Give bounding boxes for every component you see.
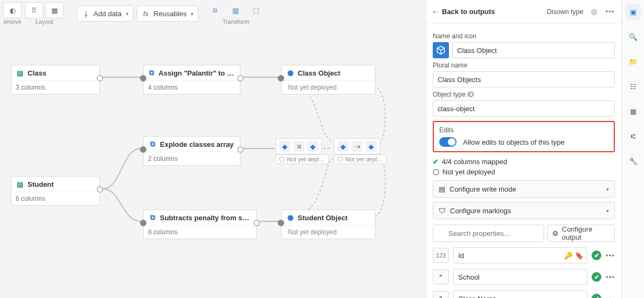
shield-icon: 🛡 (439, 207, 446, 215)
transform-a-button[interactable]: ⧈ (206, 2, 224, 18)
type-chip-number: 123 (433, 248, 449, 263)
configure-write-label: Configure write mode (450, 185, 516, 193)
download-icon: ⭳ (82, 9, 90, 18)
rail-sliders-icon[interactable]: ⑆ (626, 128, 641, 144)
node-subtitle: 6 columns (11, 192, 99, 205)
node-student[interactable]: ▤Student 6 columns (11, 176, 100, 206)
remove-label: emove (3, 18, 21, 25)
function-icon: fx (142, 9, 150, 18)
arrow-left-icon: ← (432, 8, 439, 16)
layout-scatter-button[interactable]: ⠿ (25, 2, 43, 18)
mini-status-text: Not yet depl… (287, 156, 325, 162)
more-icon[interactable]: ••• (604, 6, 616, 18)
property-name-input[interactable]: Id 🔑 🔖 (453, 247, 587, 263)
disown-type[interactable]: Disown type (547, 8, 583, 16)
mini-link-left[interactable]: ◆ ⤨ ◆ (276, 138, 322, 154)
transform-b-button[interactable]: ▥ (226, 2, 245, 18)
mini-link-left-status: Not yet depl… (276, 154, 328, 164)
configure-output-button[interactable]: ⚙ Configure output (547, 225, 615, 242)
node-title: Student Object (298, 214, 347, 222)
transform-exit-icon: ⬚ (252, 6, 260, 15)
plural-label: Plural name (433, 62, 615, 69)
plural-input[interactable] (433, 71, 615, 87)
port-out[interactable] (253, 220, 260, 226)
add-data-button[interactable]: ⭳ Add data ▾ (77, 5, 133, 22)
add-data-label: Add data (93, 10, 122, 18)
node-subtitle: Not yet deployed (288, 84, 337, 91)
ok-badge: ✔ (592, 272, 601, 282)
node-title: Class (28, 69, 46, 77)
list-icon: ▤ (439, 185, 445, 193)
configure-markings[interactable]: 🛡 Configure markings ▾ (433, 202, 615, 219)
mini-link-right-status: Not yet depl… (334, 154, 387, 164)
back-to-outputs[interactable]: ← Back to outputs (432, 8, 495, 16)
remove-icon: ◐ (8, 6, 17, 15)
mini-status-text: Not yet depl… (345, 156, 383, 162)
rail-checklist-icon[interactable]: ☷ (626, 79, 641, 94)
table-icon: ▤ (16, 180, 24, 188)
share-icon: ⇢ (352, 141, 363, 152)
port-out[interactable] (237, 146, 244, 153)
port-in[interactable] (140, 220, 146, 226)
rail-folder-icon[interactable]: 📁 (626, 54, 641, 69)
chevron-down-icon: ▾ (606, 208, 609, 214)
port-in[interactable] (140, 75, 146, 82)
transform-c-button[interactable]: ⬚ (247, 2, 265, 18)
property-name-input[interactable]: School (453, 269, 587, 285)
type-chip-string: ❞ (433, 269, 449, 285)
node-explode[interactable]: ⧉Explode classes array 2 columns (143, 136, 240, 166)
deploy-status-text: Not yet deployed (442, 168, 495, 176)
node-assign[interactable]: ⧉Assign "Palantir" to scho… 4 columns (143, 65, 240, 94)
shuffle-icon: ⤨ (293, 141, 304, 152)
node-subtract[interactable]: ⧉Subtracts penalty from s… 8 columns (143, 209, 257, 239)
panel-header: ← Back to outputs Disown type ◎ ••• (426, 0, 621, 24)
node-student-object[interactable]: ⬣Student Object Not yet deployed (281, 209, 375, 239)
property-row: ❞ Class Name ✔ ••• (433, 290, 615, 298)
property-more-icon[interactable]: ••• (606, 295, 615, 299)
key-icon: 🔑 (564, 252, 573, 260)
rail-inspector-icon[interactable]: ▣ (626, 4, 641, 19)
node-title: Subtracts penalty from s… (160, 214, 249, 222)
transform-table-icon: ▥ (231, 6, 240, 15)
name-input[interactable] (452, 42, 615, 58)
property-more-icon[interactable]: ••• (606, 273, 615, 281)
allow-edits-label: Allow edits to objects of this type (463, 138, 565, 146)
port-out[interactable] (97, 186, 103, 193)
remove-button[interactable]: ◐ (3, 2, 22, 18)
cube-icon: ◆ (307, 141, 318, 152)
rail-calendar-icon[interactable]: ▦ (626, 104, 641, 119)
mini-link-right[interactable]: ◆ ⇢ ◆ (334, 138, 380, 154)
port-out[interactable] (97, 75, 103, 82)
scatter-icon: ⠿ (30, 6, 38, 15)
port-in[interactable] (140, 146, 146, 153)
port-out[interactable] (237, 75, 244, 82)
rail-wrench-icon[interactable]: 🔧 (626, 153, 641, 168)
chevron-down-icon: ▾ (606, 186, 609, 192)
rail-search-icon[interactable]: 🔍 (626, 29, 641, 44)
allow-edits-toggle[interactable] (439, 137, 457, 147)
layout-grid-button[interactable]: ▦ (45, 2, 64, 18)
type-id-input[interactable] (433, 100, 615, 117)
node-class[interactable]: ▤Class 3 columns (11, 65, 100, 94)
search-properties-input[interactable] (433, 225, 544, 242)
back-label: Back to outputs (442, 8, 495, 16)
port-in[interactable] (278, 220, 284, 226)
port-in[interactable] (278, 75, 284, 82)
node-subtitle: Not yet deployed (288, 228, 337, 236)
property-more-icon[interactable]: ••• (606, 252, 615, 260)
pipeline-canvas[interactable]: ▤Class 3 columns ⧉Assign "Palantir" to s… (0, 27, 422, 298)
transform-icon: ⧉ (148, 213, 157, 222)
object-type-icon[interactable] (433, 42, 449, 58)
target-icon[interactable]: ◎ (588, 6, 600, 18)
node-subtitle: 2 columns (144, 152, 240, 165)
cube-icon: ◆ (366, 141, 377, 152)
property-row: 123 Id 🔑 🔖 ✔ ••• (433, 247, 615, 263)
layout-label: Layout (35, 18, 53, 25)
status-circle-icon (338, 157, 343, 162)
reusables-button[interactable]: fx Reusables ▾ (137, 5, 198, 22)
property-row: ❞ School ✔ ••• (433, 269, 615, 285)
node-class-object[interactable]: ⬣Class Object Not yet deployed (281, 65, 375, 94)
configure-write-mode[interactable]: ▤ Configure write mode ▾ (433, 180, 615, 198)
status-circle-icon (279, 157, 285, 162)
property-name-input[interactable]: Class Name (453, 290, 587, 298)
